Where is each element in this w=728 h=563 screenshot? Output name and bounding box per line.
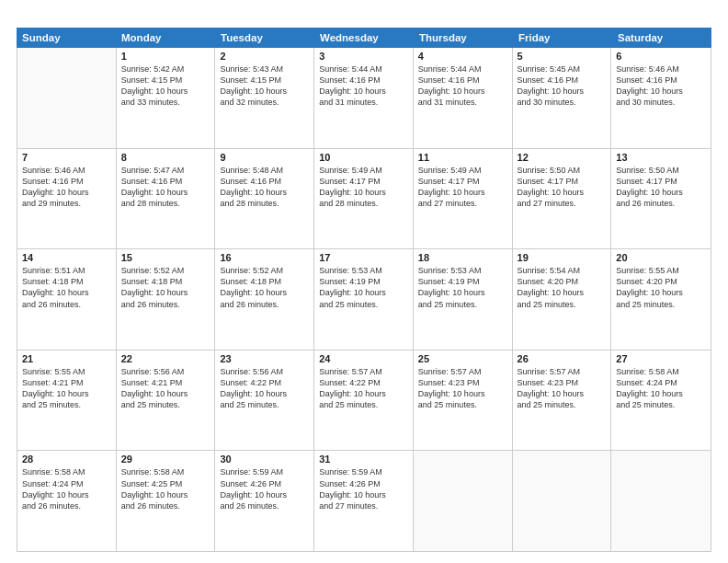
- cell-line: and 27 minutes.: [319, 500, 408, 511]
- cell-line: Sunset: 4:21 PM: [22, 377, 111, 388]
- cell-line: Sunset: 4:18 PM: [22, 276, 111, 287]
- day-number: 9: [220, 152, 309, 163]
- cell-line: and 25 minutes.: [22, 399, 111, 410]
- day-number: 11: [418, 152, 507, 163]
- calendar-body: 1Sunrise: 5:42 AMSunset: 4:15 PMDaylight…: [17, 48, 711, 551]
- day-number: 4: [418, 51, 507, 62]
- cell-line: Daylight: 10 hours: [418, 187, 507, 198]
- cell-line: Sunrise: 5:49 AM: [319, 165, 408, 176]
- cell-line: Daylight: 10 hours: [319, 86, 408, 97]
- cell-line: and 25 minutes.: [220, 399, 309, 410]
- cell-line: Sunset: 4:23 PM: [418, 377, 507, 388]
- day-cell-7: 7Sunrise: 5:46 AMSunset: 4:16 PMDaylight…: [17, 149, 117, 249]
- cell-line: Daylight: 10 hours: [22, 388, 111, 399]
- cell-line: and 25 minutes.: [418, 399, 507, 410]
- cell-line: and 25 minutes.: [616, 399, 706, 410]
- cell-line: and 28 minutes.: [319, 198, 408, 209]
- cell-line: and 30 minutes.: [616, 97, 706, 108]
- day-number: 21: [22, 353, 111, 364]
- cell-line: Sunrise: 5:46 AM: [616, 63, 706, 75]
- day-number: 19: [518, 252, 607, 263]
- day-number: 22: [121, 353, 210, 364]
- day-number: 3: [319, 51, 408, 62]
- cell-line: Sunrise: 5:46 AM: [22, 165, 111, 176]
- cell-line: Sunset: 4:22 PM: [220, 377, 309, 388]
- cell-line: and 29 minutes.: [22, 198, 111, 209]
- day-cell-3: 3Sunrise: 5:44 AMSunset: 4:16 PMDaylight…: [314, 48, 414, 148]
- cell-line: Sunrise: 5:53 AM: [319, 265, 408, 276]
- cell-line: Sunrise: 5:58 AM: [22, 466, 111, 477]
- day-number: 5: [518, 51, 607, 62]
- cell-line: Sunset: 4:17 PM: [518, 176, 607, 187]
- day-number: 29: [121, 454, 210, 465]
- empty-cell-r4c5: [513, 451, 612, 551]
- day-cell-6: 6Sunrise: 5:46 AMSunset: 4:16 PMDaylight…: [611, 48, 711, 148]
- calendar-row-1: 1Sunrise: 5:42 AMSunset: 4:15 PMDaylight…: [17, 48, 711, 149]
- day-number: 7: [22, 152, 111, 163]
- cell-line: Sunset: 4:16 PM: [22, 176, 111, 187]
- day-number: 23: [220, 353, 309, 364]
- cell-line: and 31 minutes.: [319, 97, 408, 108]
- cell-line: Daylight: 10 hours: [319, 287, 408, 298]
- cell-line: Sunrise: 5:45 AM: [518, 63, 607, 75]
- day-number: 24: [319, 353, 408, 364]
- cell-line: Sunset: 4:22 PM: [319, 377, 408, 388]
- cell-line: and 26 minutes.: [220, 299, 309, 310]
- cell-line: Sunset: 4:19 PM: [319, 276, 408, 287]
- day-cell-22: 22Sunrise: 5:56 AMSunset: 4:21 PMDayligh…: [117, 350, 216, 451]
- cell-line: Daylight: 10 hours: [220, 287, 309, 298]
- cell-line: Sunrise: 5:59 AM: [220, 466, 309, 477]
- cell-line: and 27 minutes.: [418, 198, 507, 209]
- cell-line: Sunset: 4:17 PM: [418, 176, 507, 187]
- cell-line: Sunset: 4:16 PM: [518, 75, 607, 86]
- cell-line: Sunrise: 5:50 AM: [518, 165, 607, 176]
- cell-line: Sunrise: 5:55 AM: [22, 366, 111, 377]
- day-number: 13: [616, 152, 706, 163]
- cell-line: Daylight: 10 hours: [220, 187, 309, 198]
- day-number: 1: [121, 51, 210, 62]
- cell-line: Daylight: 10 hours: [121, 489, 210, 500]
- day-cell-5: 5Sunrise: 5:45 AMSunset: 4:16 PMDaylight…: [513, 48, 612, 148]
- day-cell-11: 11Sunrise: 5:49 AMSunset: 4:17 PMDayligh…: [414, 149, 513, 249]
- cell-line: and 33 minutes.: [121, 97, 210, 108]
- cell-line: Daylight: 10 hours: [518, 86, 607, 97]
- day-cell-23: 23Sunrise: 5:56 AMSunset: 4:22 PMDayligh…: [215, 350, 314, 451]
- cell-line: and 26 minutes.: [121, 299, 210, 310]
- cell-line: Sunset: 4:25 PM: [121, 478, 210, 489]
- cell-line: Sunrise: 5:52 AM: [220, 265, 309, 276]
- day-cell-13: 13Sunrise: 5:50 AMSunset: 4:17 PMDayligh…: [611, 149, 711, 249]
- weekday-header-wednesday: Wednesday: [314, 28, 414, 48]
- day-number: 31: [319, 454, 408, 465]
- calendar-row-3: 14Sunrise: 5:51 AMSunset: 4:18 PMDayligh…: [17, 249, 711, 350]
- cell-line: Sunset: 4:18 PM: [220, 276, 309, 287]
- day-cell-29: 29Sunrise: 5:58 AMSunset: 4:25 PMDayligh…: [117, 451, 216, 551]
- cell-line: and 26 minutes.: [121, 500, 210, 511]
- cell-line: Sunrise: 5:55 AM: [616, 265, 706, 276]
- cell-line: Daylight: 10 hours: [121, 287, 210, 298]
- calendar-header: SundayMondayTuesdayWednesdayThursdayFrid…: [17, 28, 711, 48]
- cell-line: Daylight: 10 hours: [616, 287, 706, 298]
- empty-cell-r4c4: [414, 451, 513, 551]
- day-number: 25: [418, 353, 507, 364]
- cell-line: and 25 minutes.: [418, 299, 507, 310]
- weekday-header-monday: Monday: [116, 28, 215, 48]
- day-number: 16: [220, 252, 309, 263]
- cell-line: Daylight: 10 hours: [220, 86, 309, 97]
- cell-line: Sunset: 4:16 PM: [418, 75, 507, 86]
- calendar-row-5: 28Sunrise: 5:58 AMSunset: 4:24 PMDayligh…: [17, 451, 711, 551]
- day-cell-1: 1Sunrise: 5:42 AMSunset: 4:15 PMDaylight…: [117, 48, 216, 148]
- calendar-row-4: 21Sunrise: 5:55 AMSunset: 4:21 PMDayligh…: [17, 350, 711, 452]
- cell-line: Sunrise: 5:50 AM: [616, 165, 706, 176]
- day-cell-27: 27Sunrise: 5:58 AMSunset: 4:24 PMDayligh…: [611, 350, 711, 451]
- day-cell-18: 18Sunrise: 5:53 AMSunset: 4:19 PMDayligh…: [414, 249, 513, 350]
- cell-line: Sunset: 4:26 PM: [220, 478, 309, 489]
- day-number: 8: [121, 152, 210, 163]
- day-number: 20: [616, 252, 706, 263]
- cell-line: Daylight: 10 hours: [418, 287, 507, 298]
- cell-line: Sunrise: 5:49 AM: [418, 165, 507, 176]
- weekday-header-saturday: Saturday: [612, 28, 711, 48]
- cell-line: Sunrise: 5:48 AM: [220, 165, 309, 176]
- cell-line: and 28 minutes.: [121, 198, 210, 209]
- cell-line: and 26 minutes.: [616, 198, 706, 209]
- cell-line: Sunset: 4:23 PM: [518, 377, 607, 388]
